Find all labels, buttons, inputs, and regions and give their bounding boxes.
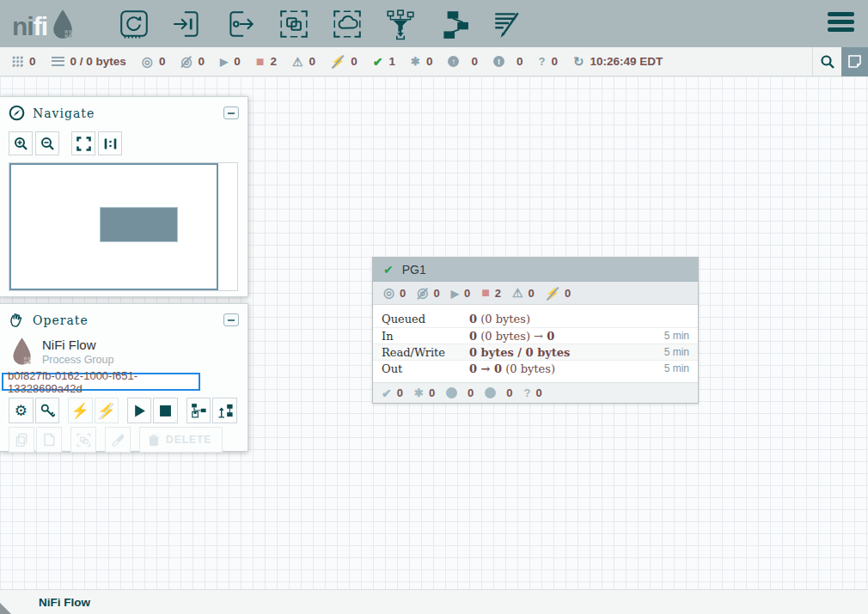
component-id-field[interactable]: b0f827fb-0162-1000-f651-13328699a42d — [2, 373, 200, 391]
toolbar-item-process-group[interactable] — [277, 7, 311, 41]
queued-icon — [52, 57, 64, 67]
up-to-date-check-icon — [383, 262, 394, 277]
zoom-in-icon — [14, 137, 28, 151]
toolbar-item-output-port[interactable] — [223, 7, 258, 41]
global-menu-button[interactable] — [828, 12, 854, 32]
table-row-in: In 0 (0 bytes) → 0 5 min — [373, 327, 698, 343]
zoom-actual-size-icon — [103, 137, 118, 151]
stop-button[interactable] — [153, 398, 178, 423]
refresh-time: 10:26:49 EDT — [590, 55, 663, 68]
breadcrumb-nifi-flow[interactable]: NiFi Flow — [39, 596, 90, 609]
toolbar-item-template[interactable] — [437, 7, 471, 41]
stat-locally-modified-stale: 0 — [493, 55, 523, 68]
bulletin-board-button[interactable] — [841, 47, 868, 76]
lightning-slash-icon: ⚡ — [97, 404, 115, 418]
input-port-icon — [171, 8, 204, 40]
operate-collapse-button[interactable] — [223, 313, 239, 326]
zoom-fit-button[interactable] — [71, 131, 95, 155]
flow-canvas[interactable]: Navigate — [0, 76, 868, 589]
stale-icon — [446, 387, 457, 398]
status-bar: 0 0 / 0 bytes 0 0 0 2 0 0 1 0 0 0 0 10:2… — [0, 47, 868, 76]
breadcrumb-corner-decoration — [0, 603, 11, 614]
sync-failure-icon — [524, 386, 531, 399]
up-to-date-icon — [382, 386, 392, 400]
breadcrumb-bar: NiFi Flow — [0, 589, 868, 614]
selected-component-name: NiFi Flow — [42, 337, 113, 352]
pg1-header: PG1 — [373, 258, 698, 282]
toolbar-item-label[interactable] — [490, 7, 524, 41]
locally-modified-stale-icon — [485, 387, 496, 398]
trash-icon — [147, 433, 161, 447]
running-icon — [451, 287, 459, 300]
operate-buttons-row-1: ⚙ ⚡ ⚡ — [0, 394, 248, 423]
invalid-icon — [512, 286, 523, 300]
stat-up-to-date: 1 — [373, 55, 395, 69]
search-icon — [820, 54, 835, 70]
navigate-collapse-button[interactable] — [223, 106, 239, 119]
toolbar-item-processor[interactable] — [117, 7, 151, 41]
last-refresh: 10:26:49 EDT — [573, 54, 663, 70]
birdseye-minimap[interactable] — [9, 162, 238, 291]
zoom-fit-icon — [76, 137, 91, 151]
template-icon — [437, 8, 470, 40]
nifi-drop-icon — [50, 9, 76, 40]
label-icon — [491, 8, 523, 40]
toolbar-item-funnel[interactable] — [383, 7, 418, 41]
delete-button-label: DELETE — [166, 434, 211, 446]
save-template-button[interactable] — [186, 398, 211, 423]
not-transmitting-icon — [180, 54, 192, 70]
refresh-icon[interactable] — [573, 54, 584, 70]
disable-button: ⚡ — [95, 398, 119, 423]
stat-active-threads: 0 — [12, 55, 36, 68]
copy-button — [9, 427, 34, 453]
gear-icon: ⚙ — [15, 404, 28, 418]
pg1-name: PG1 — [402, 263, 426, 277]
upload-template-button[interactable] — [212, 398, 237, 423]
disabled-icon — [331, 55, 345, 68]
not-transmitting-icon — [417, 285, 428, 301]
stat-invalid: 0 — [292, 55, 315, 69]
nifi-logo: nifi — [12, 9, 76, 40]
operate-buttons-row-2: DELETE — [0, 423, 248, 453]
operate-header: Operate — [0, 304, 248, 333]
remote-process-group-icon — [331, 8, 364, 40]
running-icon — [220, 56, 228, 68]
stat-disabled: 0 — [331, 55, 358, 68]
process-group-pg1[interactable]: PG1 0 0 0 2 0 0 Queued 0 (0 bytes) In 0 … — [372, 257, 699, 404]
paint-brush-icon — [110, 432, 125, 447]
transmitting-icon — [142, 54, 153, 70]
lightning-icon: ⚡ — [71, 404, 89, 418]
navigate-buttons — [0, 126, 248, 155]
navigate-header: Navigate — [0, 97, 248, 126]
save-template-icon — [190, 402, 207, 419]
invalid-icon — [292, 55, 303, 69]
search-button[interactable] — [812, 47, 841, 76]
start-button[interactable] — [127, 398, 152, 423]
transmitting-icon — [383, 285, 394, 301]
hamburger-icon — [828, 12, 854, 16]
stat-locally-modified: 0 — [411, 55, 432, 68]
disabled-icon — [546, 287, 559, 300]
delete-button: DELETE — [139, 427, 223, 453]
zoom-in-button[interactable] — [9, 131, 33, 155]
compass-icon — [9, 105, 25, 121]
operate-title: Operate — [33, 313, 223, 327]
stat-stopped: 2 — [256, 54, 277, 70]
access-policies-button[interactable] — [35, 398, 60, 423]
operate-palette: Operate NiFi Flow Process Group b0f827fb… — [0, 303, 248, 452]
toolbar-item-input-port[interactable] — [170, 7, 205, 41]
top-toolbar: nifi — [0, 0, 868, 47]
hand-icon — [9, 312, 25, 328]
enable-button: ⚡ — [68, 398, 93, 423]
zoom-out-icon — [40, 137, 55, 151]
zoom-out-button[interactable] — [35, 131, 59, 155]
zoom-actual-size-button[interactable] — [98, 131, 122, 155]
stat-stale: 0 — [448, 55, 478, 68]
process-group-drop-icon — [10, 337, 34, 366]
change-color-button — [105, 427, 131, 453]
group-icon — [76, 432, 92, 448]
sync-failure-icon — [539, 55, 546, 68]
configure-button[interactable]: ⚙ — [9, 398, 34, 423]
copy-icon — [14, 432, 29, 447]
toolbar-item-remote-process-group[interactable] — [330, 7, 364, 41]
